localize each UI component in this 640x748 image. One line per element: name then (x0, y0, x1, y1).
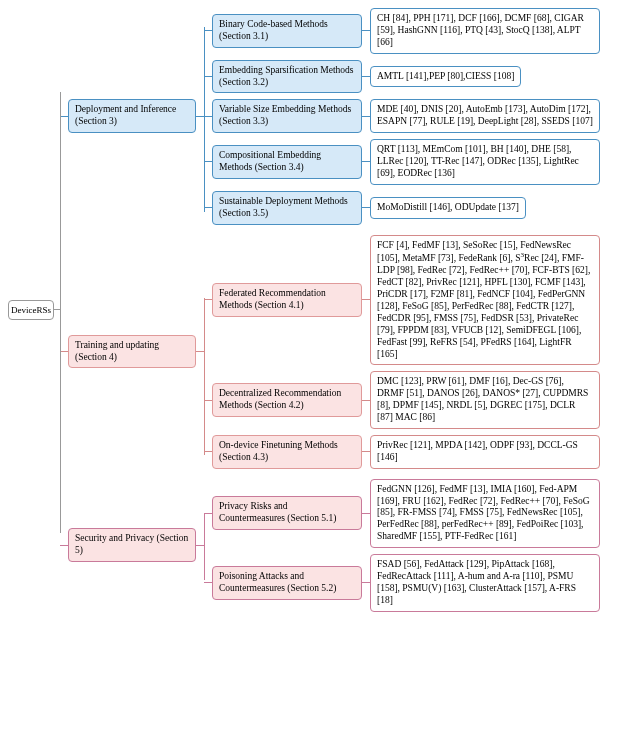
subsection-node: Compositional Embedding Methods (Section… (212, 145, 362, 179)
connector (204, 76, 212, 77)
subsection-row: Embedding Sparsification Methods (Sectio… (204, 60, 600, 94)
leaf-node: PrivRec [121], MPDA [142], ODPF [93], DC… (370, 435, 600, 469)
connector (196, 351, 204, 352)
connector (204, 299, 212, 300)
section-node: Security and Privacy (Section 5) (68, 528, 196, 562)
connector (362, 582, 370, 583)
fork: Privacy Risks and Countermeasures (Secti… (204, 479, 600, 612)
subsection-row: Sustainable Deployment Methods (Section … (204, 191, 600, 225)
connector (204, 116, 212, 117)
subsection-node: Binary Code-based Methods (Section 3.1) (212, 14, 362, 48)
connector (60, 545, 68, 546)
subsection-node: Federated Recommendation Methods (Sectio… (212, 283, 362, 317)
connector (362, 400, 370, 401)
leaf-node: MoMoDistill [146], ODUpdate [137] (370, 197, 526, 219)
subsection-node: Sustainable Deployment Methods (Section … (212, 191, 362, 225)
connector (60, 92, 61, 533)
subsection-row: Decentralized Recommendation Methods (Se… (204, 371, 600, 429)
leaf-node: MDE [40], DNIS [20], AutoEmb [173], Auto… (370, 99, 600, 133)
section-training: Training and updating (Section 4) Federa… (60, 235, 600, 469)
main-fork: Deployment and Inference (Section 3) Bin… (60, 8, 600, 612)
fork: Binary Code-based Methods (Section 3.1) … (204, 8, 600, 225)
connector (204, 161, 212, 162)
connector (362, 451, 370, 452)
connector (196, 545, 204, 546)
connector (204, 513, 205, 579)
subsection-row: On-device Finetuning Methods (Section 4.… (204, 435, 600, 469)
subsection-node: Embedding Sparsification Methods (Sectio… (212, 60, 362, 94)
connector (362, 513, 370, 514)
leaf-node: CH [84], PPH [171], DCF [166], DCMF [68]… (370, 8, 600, 54)
connector (204, 27, 205, 211)
subsection-node: Privacy Risks and Countermeasures (Secti… (212, 496, 362, 530)
connector (362, 30, 370, 31)
connector (362, 207, 370, 208)
leaf-node: FSAD [56], FedAttack [129], PipAttack [1… (370, 554, 600, 612)
subsection-row: Federated Recommendation Methods (Sectio… (204, 235, 600, 366)
leaf-node: FedGNN [126], FedMF [13], IMIA [160], Fe… (370, 479, 600, 548)
fork: Federated Recommendation Methods (Sectio… (204, 235, 600, 469)
connector (60, 351, 68, 352)
connector (204, 582, 212, 583)
connector (204, 298, 205, 455)
connector (362, 116, 370, 117)
connector (196, 116, 204, 117)
subsection-row: Privacy Risks and Countermeasures (Secti… (204, 479, 600, 548)
subsection-node: Decentralized Recommendation Methods (Se… (212, 383, 362, 417)
leaf-node: AMTL [141],PEP [80],CIESS [108] (370, 66, 521, 88)
connector (362, 299, 370, 300)
connector (204, 513, 212, 514)
taxonomy-tree: DeviceRSs Deployment and Inference (Sect… (8, 8, 632, 612)
subsection-row: Binary Code-based Methods (Section 3.1) … (204, 8, 600, 54)
section-node: Deployment and Inference (Section 3) (68, 99, 196, 133)
connector (204, 451, 212, 452)
leaf-node: QRT [113], MEmCom [101], BH [140], DHE [… (370, 139, 600, 185)
connector (204, 207, 212, 208)
connector (204, 400, 212, 401)
connector (362, 161, 370, 162)
root-node: DeviceRSs (8, 300, 54, 320)
section-deployment: Deployment and Inference (Section 3) Bin… (60, 8, 600, 225)
subsection-row: Compositional Embedding Methods (Section… (204, 139, 600, 185)
subsection-node: Poisoning Attacks and Countermeasures (S… (212, 566, 362, 600)
section-node: Training and updating (Section 4) (68, 335, 196, 369)
connector (60, 116, 68, 117)
subsection-node: On-device Finetuning Methods (Section 4.… (212, 435, 362, 469)
subsection-node: Variable Size Embedding Methods (Section… (212, 99, 362, 133)
leaf-node: DMC [123], PRW [61], DMF [16], Dec-GS [7… (370, 371, 600, 429)
subsection-row: Poisoning Attacks and Countermeasures (S… (204, 554, 600, 612)
connector (204, 30, 212, 31)
subsection-row: Variable Size Embedding Methods (Section… (204, 99, 600, 133)
section-security: Security and Privacy (Section 5) Privacy… (60, 479, 600, 612)
leaf-node: FCF [4], FedMF [13], SeSoRec [15], FedNe… (370, 235, 600, 366)
connector (362, 76, 370, 77)
